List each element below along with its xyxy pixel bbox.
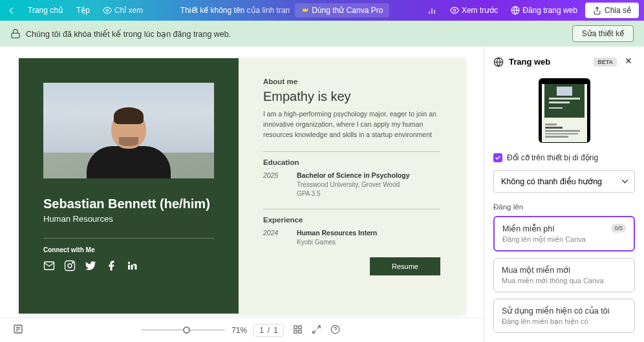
opt3-sub: Đăng lên miền bạn hiện có: [502, 317, 627, 326]
close-icon: [624, 56, 633, 65]
domain-option-existing[interactable]: Sử dụng miền hiện có của tôi Đăng lên mi…: [493, 299, 635, 333]
try-pro-button[interactable]: Dùng thử Canva Pro: [295, 3, 389, 17]
globe-icon: [511, 6, 520, 15]
edu-degree: Bachelor of Science in Psychology: [297, 171, 409, 179]
resume-button[interactable]: Resume: [370, 257, 440, 275]
grid-view-button[interactable]: [290, 322, 305, 339]
svg-rect-8: [12, 33, 19, 37]
profile-role: Human Resources: [43, 214, 214, 224]
pro-label: Dùng thử Canva Pro: [312, 6, 383, 15]
file-menu[interactable]: Tệp: [71, 3, 95, 17]
svg-point-12: [72, 262, 74, 264]
nav-select-value: Không có thanh điều hướng: [501, 176, 602, 186]
notes-button[interactable]: [10, 321, 26, 339]
experience-label: Experience: [263, 216, 440, 224]
exp-title: Human Resources Intern: [297, 229, 377, 237]
lock-message: Chúng tôi đã khóa thiết kế trong lúc bạn…: [26, 29, 231, 39]
svg-line-22: [313, 330, 316, 332]
navigation-select[interactable]: Không có thanh điều hướng: [493, 170, 635, 193]
zoom-slider[interactable]: [141, 329, 225, 331]
edu-school: Tresswood University, Grover Wood: [297, 181, 440, 188]
expand-icon: [312, 325, 321, 334]
design-canvas[interactable]: Sebastian Bennett (he/him) Human Resourc…: [19, 58, 465, 314]
publish-to-label: Đăng lên: [493, 203, 635, 211]
mail-icon: [43, 260, 55, 272]
globe-icon: [493, 57, 504, 67]
edit-design-button[interactable]: Sửa thiết kế: [572, 25, 634, 42]
back-button[interactable]: [5, 6, 20, 16]
connect-label: Connect with Me: [43, 246, 214, 253]
file-label: Tệp: [76, 6, 90, 15]
design-title[interactable]: Thiết kế không tên của linh tran: [180, 6, 290, 15]
view-only-label: Chỉ xem: [114, 6, 143, 15]
eye-icon: [450, 6, 459, 15]
design-left-panel: Sebastian Bennett (he/him) Human Resourc…: [19, 58, 239, 314]
canvas-viewport: Sebastian Bennett (he/him) Human Resourc…: [0, 47, 484, 317]
svg-rect-18: [299, 325, 301, 328]
opt3-title: Sử dụng miền hiện có của tôi: [502, 306, 609, 315]
twitter-icon: [85, 260, 96, 272]
view-only-indicator[interactable]: Chỉ xem: [98, 3, 148, 17]
chevron-left-icon: [10, 7, 16, 14]
share-button[interactable]: Chia sẻ: [585, 3, 639, 18]
profile-name: Sebastian Bennett (he/him): [43, 197, 214, 211]
slider-thumb[interactable]: [183, 326, 190, 334]
mobile-resize-label: Đổi cỡ trên thiết bị di động: [507, 153, 598, 162]
preview-button[interactable]: Xem trước: [445, 3, 503, 17]
main-area: Sebastian Bennett (he/him) Human Resourc…: [0, 47, 644, 342]
eye-icon: [103, 6, 112, 15]
opt2-sub: Mua miền mới thông qua Canva: [502, 277, 627, 285]
page-indicator[interactable]: 1 / 1: [253, 324, 284, 337]
instagram-icon: [64, 260, 76, 272]
headline: Empathy is key: [263, 89, 440, 104]
about-label: About me: [263, 78, 440, 85]
education-row: 2025 Bachelor of Science in Psychology: [263, 171, 440, 179]
svg-rect-19: [294, 330, 297, 332]
canvas-area: Sebastian Bennett (he/him) Human Resourc…: [0, 47, 484, 342]
edu-gpa: GPA 3.5: [297, 190, 440, 197]
chart-icon: [427, 5, 437, 16]
top-bar: Trang chủ Tệp Chỉ xem Thiết kế không tên…: [0, 0, 644, 21]
upload-icon: [593, 6, 601, 15]
domain-option-buy[interactable]: Mua một miền mới Mua miền mới thông qua …: [493, 258, 635, 292]
checkbox-icon: [493, 153, 502, 162]
svg-rect-20: [299, 330, 301, 332]
opt2-title: Mua một miền mới: [502, 265, 570, 275]
facebook-icon: [105, 260, 117, 272]
opt1-counter: 0/5: [611, 224, 626, 233]
zoom-value[interactable]: 71%: [231, 326, 247, 335]
publish-panel: Trang web BETA: [484, 47, 644, 342]
crown-icon: [301, 6, 309, 14]
beta-badge: BETA: [594, 58, 617, 67]
svg-point-11: [68, 264, 72, 268]
help-icon: [330, 325, 340, 334]
chevron-down-icon: [622, 177, 628, 184]
exp-company: Kyobi Games: [297, 239, 440, 246]
mobile-preview: [539, 78, 590, 143]
notes-icon: [13, 324, 23, 334]
fullscreen-button[interactable]: [309, 322, 324, 339]
about-text: I am a high-performing psychology major,…: [263, 109, 440, 140]
domain-option-free[interactable]: Miền miễn phí 0/5 Đăng lên một miền Canv…: [493, 216, 635, 251]
publish-label: Đăng trang web: [522, 6, 577, 15]
home-link[interactable]: Trang chủ: [23, 3, 69, 17]
edu-year: 2025: [263, 171, 284, 179]
lock-banner: Chúng tôi đã khóa thiết kế trong lúc bạn…: [0, 21, 644, 47]
analytics-button[interactable]: [422, 3, 442, 18]
opt1-sub: Đăng lên một miền Canva: [502, 235, 626, 244]
design-right-panel: About me Empathy is key I am a high-perf…: [239, 58, 465, 314]
panel-header: Trang web BETA: [493, 54, 635, 69]
svg-point-4: [453, 9, 456, 12]
opt1-title: Miền miễn phí: [502, 224, 555, 233]
exp-year: 2024: [263, 229, 284, 237]
experience-row: 2024 Human Resources Intern: [263, 229, 440, 237]
close-panel-button[interactable]: [622, 54, 635, 69]
help-button[interactable]: [328, 322, 343, 339]
panel-title: Trang web: [509, 57, 550, 67]
share-label: Chia sẻ: [605, 6, 631, 15]
preview-label: Xem trước: [462, 6, 498, 15]
publish-website-button[interactable]: Đăng trang web: [506, 3, 583, 17]
bottom-controls: 71% 1 / 1: [0, 317, 484, 342]
profile-photo: [43, 83, 214, 178]
mobile-resize-checkbox[interactable]: Đổi cỡ trên thiết bị di động: [493, 153, 635, 162]
